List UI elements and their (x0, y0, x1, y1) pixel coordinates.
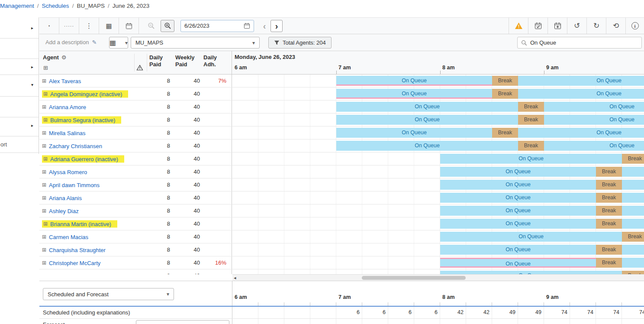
agent-row[interactable]: ⊞Charquisha Straughter840On QueueBreakOn… (39, 243, 644, 256)
agent-row[interactable]: ⊞Christopher McCarty84016%On QueueBreakO… (39, 256, 644, 269)
shift-timeline[interactable]: On QueueBreakOn Queue (232, 152, 644, 165)
break-segment[interactable]: Break (596, 167, 622, 177)
scroll-left-arrow-icon[interactable]: ◂ (234, 275, 236, 281)
onqueue-segment[interactable]: On Queue (544, 102, 644, 112)
agent-name-link[interactable]: Bulmaro Segura (inactive) (50, 117, 115, 123)
agent-name-link[interactable]: Alyssa Romero (49, 168, 87, 175)
expand-row-icon[interactable]: ⊞ (42, 104, 46, 110)
agent-row[interactable]: ⊞Adriana Guerrero (inactive)840On QueueB… (39, 152, 644, 165)
expand-row-icon[interactable]: ⊞ (43, 156, 48, 162)
onqueue-segment[interactable]: On Queue (440, 219, 596, 229)
onqueue-segment[interactable]: On Queue (622, 193, 644, 203)
expand-row-icon[interactable]: ⊞ (42, 78, 46, 84)
agent-name-link[interactable]: Charquisha Straughter (49, 246, 106, 253)
onqueue-segment[interactable]: On Queue (440, 180, 596, 190)
onqueue-segment[interactable]: On Queue (518, 76, 644, 86)
break-segment[interactable]: Break (622, 271, 644, 274)
break-segment[interactable]: Break (596, 206, 622, 216)
agent-name-link[interactable]: Christopher McCarty (49, 259, 100, 266)
agent-name-link[interactable]: Brianna Martin (inactive) (50, 220, 111, 227)
agent-row[interactable]: ⊞Ashley Diaz840On QueueBreakOn Queue (39, 204, 644, 217)
expand-row-icon[interactable]: ⊞ (43, 117, 48, 123)
agent-row[interactable]: ⊞CiAudrea Stokes840On QueueBreakOn Queue (39, 269, 644, 274)
scrollbar-thumb[interactable] (362, 276, 466, 280)
activities-dots-button[interactable]: ····· (59, 18, 79, 34)
shift-timeline[interactable]: On QueueBreakOn Queue (232, 204, 644, 217)
shift-timeline[interactable]: On QueueBreakOn Queue (232, 191, 644, 204)
expand-row-icon[interactable]: ⊞ (42, 130, 46, 136)
expand-row-icon[interactable]: ⊞ (42, 195, 46, 201)
validate-schedule-button[interactable] (528, 18, 547, 34)
expand-row-icon[interactable]: ⊞ (42, 208, 46, 214)
expand-row-icon[interactable]: ⊞ (42, 143, 46, 149)
break-segment[interactable]: Break (492, 76, 518, 86)
shift-timeline[interactable]: On QueueBreakOn Queue (232, 256, 644, 269)
shift-timeline[interactable]: On QueueBreakOn Queue (232, 269, 644, 274)
agent-row[interactable]: ⊞Alyssa Romero840On QueueBreakOn Queue (39, 165, 644, 178)
onqueue-segment[interactable]: On Queue (622, 245, 644, 255)
agent-row[interactable]: ⊞Carmen Macias840On QueueBreakOn Queue (39, 230, 644, 243)
break-segment[interactable]: Break (596, 219, 622, 229)
horizontal-scrollbar[interactable]: ◂ (232, 274, 644, 281)
onqueue-segment[interactable]: On Queue (622, 258, 644, 268)
management-unit-select[interactable]: MU_MAPS ▾ (131, 37, 260, 49)
validation-warnings-button[interactable] (509, 18, 528, 34)
onqueue-segment[interactable]: On Queue (440, 154, 622, 164)
collapse-panel-button[interactable]: • (39, 18, 59, 34)
breadcrumb-schedules-link[interactable]: Schedules (42, 3, 69, 9)
add-description-button[interactable]: Add a description ✎ (45, 39, 97, 45)
onqueue-segment[interactable]: On Queue (440, 167, 596, 177)
agent-name-link[interactable]: Ariana Alanis (49, 194, 82, 201)
onqueue-segment[interactable]: On Queue (336, 141, 518, 151)
onqueue-segment[interactable]: On Queue (622, 206, 644, 216)
agent-row[interactable]: ⊞April dawn Timmons840On QueueBreakOn Qu… (39, 178, 644, 191)
agent-name-link[interactable]: Mirella Salinas (49, 130, 86, 136)
panel-expand-arrow-icon[interactable]: ▸ (31, 65, 33, 70)
shift-timeline[interactable]: On QueueBreakOn Queue (232, 178, 644, 191)
break-segment[interactable]: Break (518, 141, 544, 151)
break-segment[interactable]: Break (596, 193, 622, 203)
expand-row-icon[interactable]: ⊞ (42, 169, 46, 175)
grid-view-button[interactable]: ▦ (99, 18, 119, 34)
agent-row[interactable]: ⊞Arianna Amore840On QueueBreakOn Queue (39, 100, 644, 113)
zoom-out-button[interactable] (142, 18, 160, 34)
agent-name-link[interactable]: Adriana Guerrero (inactive) (50, 156, 118, 162)
agent-row[interactable]: ⊞Bulmaro Segura (inactive)840On QueueBre… (39, 113, 644, 126)
agent-row[interactable]: ⊞Mirella Salinas840On QueueBreakOn Queue (39, 126, 644, 139)
onqueue-segment[interactable]: On Queue (440, 271, 622, 274)
history-button[interactable]: ⟲ (606, 18, 625, 34)
calendar-view-button[interactable] (119, 18, 138, 34)
agents-filter-button[interactable]: Total Agents: 204 (268, 37, 332, 49)
shift-timeline[interactable]: On QueueBreakOn Queue (232, 126, 644, 139)
expand-all-icon[interactable]: ⊞ (43, 65, 48, 71)
add-schedule-button[interactable] (548, 18, 567, 34)
info-button[interactable]: i (626, 18, 644, 34)
agent-name-link[interactable]: Ashley Diaz (49, 207, 79, 214)
break-segment[interactable]: Break (596, 180, 622, 190)
shift-timeline[interactable]: On QueueBreakOn Queue (232, 217, 644, 230)
agent-name-link[interactable]: Angela Dominguez (inactive) (50, 91, 122, 97)
date-field[interactable] (180, 20, 254, 32)
expand-row-icon[interactable]: ⊞ (42, 260, 46, 266)
kebab-menu-button[interactable]: ⋮ (79, 18, 99, 34)
shift-timeline[interactable]: On QueueBreakOn Queue (232, 87, 644, 100)
expand-row-icon[interactable]: ⊞ (42, 234, 46, 240)
agent-row[interactable]: ⊞Alex Taveras8407%On QueueBreakOn Queue (39, 75, 644, 87)
onqueue-segment[interactable]: On Queue (336, 115, 518, 125)
panel-expand-arrow-icon[interactable]: ▸ (31, 26, 33, 31)
break-segment[interactable]: Break (518, 115, 544, 125)
shift-timeline[interactable]: On QueueBreakOn Queue (232, 243, 644, 256)
onqueue-segment[interactable]: On Queue (622, 167, 644, 177)
panel-collapse-arrow-icon[interactable]: ▾ (31, 82, 33, 87)
break-segment[interactable]: Break (492, 128, 518, 138)
agent-name-link[interactable]: Arianna Amore (49, 104, 86, 110)
shift-timeline[interactable]: On QueueBreakOn Queue (232, 230, 644, 243)
forecast-source-select[interactable]: MAPS ▾ (136, 320, 229, 324)
break-segment[interactable]: Break (596, 258, 622, 268)
onqueue-segment[interactable]: On Queue (336, 128, 492, 138)
break-segment[interactable]: Break (492, 89, 518, 99)
zoom-in-button[interactable] (161, 20, 174, 32)
onqueue-segment[interactable]: On Queue (440, 258, 596, 268)
previous-day-button[interactable]: ‹ (259, 20, 270, 32)
search-box[interactable] (517, 37, 642, 49)
